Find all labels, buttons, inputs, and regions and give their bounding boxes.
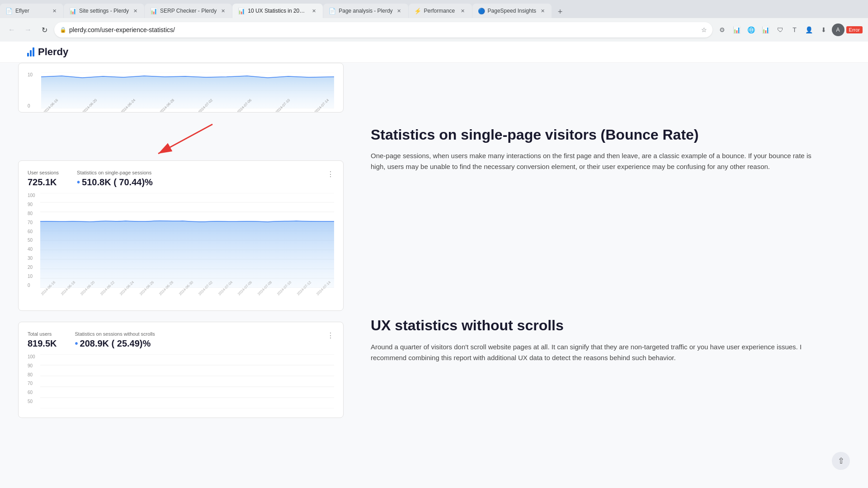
y-axis-bounce: 100 90 80 70 60 50 40 30 20 10 0 [28,193,40,301]
total-users-metric: Total users 819.5K [28,331,57,349]
y70: 70 [28,220,40,225]
error-badge: Error [846,26,863,33]
chevron-up-icon: ⇧ [838,456,844,466]
main-layout: 10 0 [0,63,868,429]
bounce-rate-title: Statistics on single-page visitors (Boun… [371,126,823,143]
bounce-chart-container: 100 90 80 70 60 50 40 30 20 10 0 [28,193,334,301]
bounce-sessions-value: 510.8K ( 70.44)% [77,177,153,188]
plerdy-icon-2[interactable]: 📊 [760,23,772,36]
no-scroll-chart-svg [40,354,334,408]
y40: 40 [28,247,40,252]
annotation-arrow [131,120,222,160]
arrow-annotation [18,120,344,160]
address-bar[interactable]: 🔒 plerdy.com/user-experience-statistics/… [54,22,712,38]
right-panel: Statistics on single-page visitors (Boun… [344,63,850,429]
tab-title-ux: 10 UX Statistics in 2024 – Pi... [248,8,307,14]
tab-bar: 📄 Eflyer ✕ 📊 Site settings - Plerdy ✕ 📊 … [0,0,868,18]
y-axis-no-scroll: 100 90 80 70 60 50 [28,354,40,408]
bounce-rate-metrics: User sessions 725.1K Statistics on singl… [28,170,153,188]
svg-line-4 [158,124,212,154]
download-icon[interactable]: ⬇ [817,23,830,36]
no-scroll-text-section: UX statistics without scrolls Around a q… [371,317,823,363]
no-scroll-header: Total users 819.5K Statistics on session… [28,331,334,349]
tab-close-site-settings[interactable]: ✕ [132,7,139,14]
new-tab-button[interactable]: + [554,5,566,18]
site-header: Plerdy [0,42,868,63]
profile-icon[interactable]: 👤 [803,23,816,36]
extensions-icon[interactable]: ⚙ [716,23,729,36]
page-content: Plerdy 10 0 [0,42,868,488]
tab-title-eflyer: Eflyer [15,8,48,14]
bounce-sessions-metric: Statistics on single-page sessions 510.8… [77,170,153,188]
tab-close-page-analysis[interactable]: ✕ [396,7,403,14]
tab-close-serp[interactable]: ✕ [219,7,226,14]
y60: 60 [28,229,40,234]
left-panel: 10 0 [18,63,344,429]
scroll-to-top-button[interactable]: ⇧ [832,452,850,470]
bounce-rate-header: User sessions 725.1K Statistics on singl… [28,170,334,188]
no-scroll-metrics: Total users 819.5K Statistics on session… [28,331,155,349]
tab-title-performance: Performance [424,8,457,14]
account-icon[interactable]: A [832,23,844,36]
chrome-icon[interactable]: 🌐 [745,23,758,36]
user-sessions-label: User sessions [28,170,59,175]
tab-favicon-pagespeed: 🔵 [478,8,485,14]
total-users-value: 819.5K [28,338,57,349]
tab-favicon-performance: ⚡ [414,8,421,14]
vpn-icon[interactable]: 🛡 [774,23,787,36]
bounce-chart-area: 2024-06-16 2024-06-18 2024-06-20 2024-06… [40,193,334,301]
plerdy-icon-1[interactable]: 📊 [731,23,743,36]
bounce-sessions-label: Statistics on single-page sessions [77,170,153,175]
tab-close-eflyer[interactable]: ✕ [51,7,58,14]
no-scroll-chart-area [40,354,334,408]
tab-title-serp: SERP Checker - Plerdy [160,8,217,14]
tab-favicon-ux: 📊 [238,8,245,14]
tab-close-performance[interactable]: ✕ [459,7,467,14]
y90: 90 [28,202,40,207]
lock-icon: 🔒 [60,27,66,33]
y80: 80 [28,211,40,216]
logo-text: Plerdy [38,46,68,58]
card-menu-no-scroll[interactable]: ⋮ [327,331,334,349]
y-label-10: 10 [28,72,39,77]
tab-close-ux[interactable]: ✕ [310,7,317,14]
translate-icon[interactable]: T [788,23,801,36]
tab-pagespeed[interactable]: 🔵 PageSpeed Insights ✕ [472,4,552,18]
back-button[interactable]: ← [5,23,18,36]
no-scroll-sessions-metric: Statistics on sessions without scrolls 2… [75,331,155,349]
forward-button[interactable]: → [22,23,34,36]
tab-serp-checker[interactable]: 📊 SERP Checker - Plerdy ✕ [145,4,232,18]
tab-favicon-serp: 📊 [150,8,157,14]
tab-title-site-settings: Site settings - Plerdy [79,8,129,14]
tab-title-page-analysis: Page analysis - Plerdy [339,8,392,14]
user-sessions-metric: User sessions 725.1K [28,170,59,188]
y30: 30 [28,256,40,261]
tab-ux-statistics[interactable]: 📊 10 UX Statistics in 2024 – Pi... ✕ [232,4,323,18]
reload-button[interactable]: ↻ [38,23,51,36]
no-scroll-sessions-value: 208.9K ( 25.49)% [75,338,155,349]
address-text: plerdy.com/user-experience-statistics/ [69,26,698,33]
bounce-rate-description: One-page sessions, when users make many … [371,150,823,172]
total-users-label: Total users [28,331,57,337]
no-scroll-sessions-label: Statistics on sessions without scrolls [75,331,155,337]
tab-performance[interactable]: ⚡ Performance ✕ [409,4,472,18]
tab-site-settings[interactable]: 📊 Site settings - Plerdy ✕ [64,4,144,18]
address-bar-row: ← → ↻ 🔒 plerdy.com/user-experience-stati… [0,18,868,42]
tab-favicon-site-settings: 📊 [69,8,76,14]
x-axis-labels-bounce: 2024-06-16 2024-06-18 2024-06-20 2024-06… [40,290,334,297]
tab-favicon-eflyer: 📄 [5,8,13,14]
no-scroll-description: Around a quarter of visitors don't scrol… [371,342,823,363]
tab-close-pagespeed[interactable]: ✕ [539,7,546,14]
bounce-chart-svg [40,193,334,288]
tab-page-analysis[interactable]: 📄 Page analysis - Plerdy ✕ [323,4,408,18]
logo-icon [27,47,34,56]
star-icon[interactable]: ☆ [701,26,707,33]
no-scroll-card: Total users 819.5K Statistics on session… [18,322,344,418]
user-sessions-value: 725.1K [28,177,59,188]
card-menu-bounce[interactable]: ⋮ [327,170,334,188]
tab-eflyer[interactable]: 📄 Eflyer ✕ [0,4,63,18]
tab-favicon-page-analysis: 📄 [329,8,336,14]
tab-title-pagespeed: PageSpeed Insights [488,8,536,14]
y0: 0 [28,283,40,288]
bounce-rate-card: User sessions 725.1K Statistics on singl… [18,160,344,311]
